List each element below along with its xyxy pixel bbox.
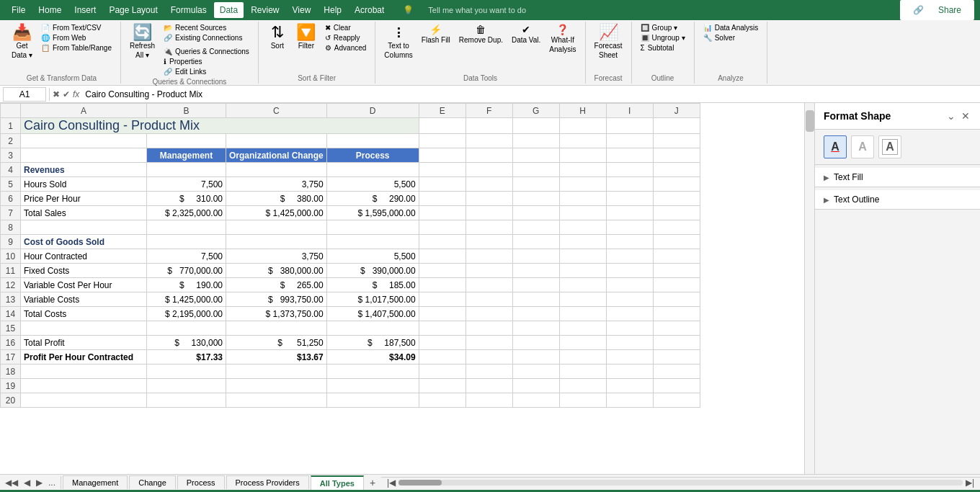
- col-header-g[interactable]: G: [512, 104, 559, 118]
- filter-button[interactable]: 🔽 Filter: [293, 23, 319, 51]
- text-outline-tool[interactable]: A: [851, 135, 874, 158]
- row-num-19[interactable]: 19: [1, 379, 21, 393]
- reapply-button[interactable]: ↺ Reapply: [322, 33, 369, 43]
- tab-nav-prev[interactable]: ◀: [22, 476, 32, 489]
- row-num-8[interactable]: 8: [1, 220, 21, 235]
- total-sales-process: $ 1,595,000.00: [326, 206, 419, 220]
- title-cell[interactable]: Cairo Consulting - Product Mix: [21, 118, 419, 134]
- scrollbar-left[interactable]: |◀: [387, 478, 396, 488]
- row-num-10[interactable]: 10: [1, 249, 21, 264]
- row-num-6[interactable]: 6: [1, 192, 21, 206]
- col-header-c-part1[interactable]: C: [226, 104, 327, 118]
- share-button[interactable]: 🔗Share: [900, 0, 974, 20]
- from-text-csv-button[interactable]: 📄 From Text/CSV: [38, 23, 115, 32]
- menu-help[interactable]: Help: [318, 2, 347, 18]
- advanced-button[interactable]: ⚙ Advanced: [322, 43, 369, 53]
- col-header-b[interactable]: B: [147, 104, 226, 118]
- menu-data[interactable]: Data: [214, 2, 244, 18]
- col-header-d-part1[interactable]: D: [326, 104, 419, 118]
- menu-page-layout[interactable]: Page Layout: [103, 2, 163, 18]
- col-header-e[interactable]: E: [419, 104, 466, 118]
- row-num-3[interactable]: 3: [1, 148, 21, 163]
- clear-button[interactable]: ✖ Clear: [322, 23, 369, 32]
- col-header-i[interactable]: I: [606, 104, 653, 118]
- menu-view[interactable]: View: [287, 2, 317, 18]
- menu-acrobat[interactable]: Acrobat: [349, 2, 390, 18]
- menu-home[interactable]: Home: [32, 2, 67, 18]
- row-num-7[interactable]: 7: [1, 206, 21, 220]
- sort-button[interactable]: ⇅ Sort: [264, 23, 290, 51]
- menu-insert[interactable]: Insert: [68, 2, 102, 18]
- from-table-button[interactable]: 📋 From Table/Range: [38, 43, 115, 53]
- text-fill-section[interactable]: ▶ Text Fill: [815, 168, 980, 187]
- sheet-tab-process-providers[interactable]: Process Providers: [226, 475, 309, 489]
- cogs-header: Cost of Goods Sold: [21, 235, 147, 249]
- cancel-icon[interactable]: ✖: [53, 89, 60, 99]
- vertical-scrollbar[interactable]: [804, 103, 814, 474]
- ungroup-button[interactable]: 🔳 Ungroup ▾: [638, 33, 688, 43]
- row-num-11[interactable]: 11: [1, 264, 21, 278]
- horizontal-scrollbar[interactable]: [398, 480, 963, 486]
- solver-button[interactable]: 🔧 Solver: [700, 33, 762, 43]
- col-header-a[interactable]: A: [21, 104, 147, 118]
- row-num-13[interactable]: 13: [1, 292, 21, 307]
- function-icon[interactable]: fx: [73, 89, 79, 99]
- row-num-18[interactable]: 18: [1, 364, 21, 379]
- sheet-tab-management[interactable]: Management: [63, 475, 128, 489]
- ribbon-group-outline: 🔲 Group ▾ 🔳 Ungroup ▾ Σ Subtotal Outline: [632, 22, 695, 84]
- data-analysis-button[interactable]: 📊 Data Analysis: [700, 23, 762, 32]
- formula-input[interactable]: [82, 89, 977, 99]
- tab-nav-next[interactable]: ▶: [34, 476, 45, 489]
- add-sheet-button[interactable]: +: [364, 475, 381, 491]
- text-outline-section[interactable]: ▶ Text Outline: [815, 190, 980, 210]
- menu-formulas[interactable]: Formulas: [165, 2, 213, 18]
- text-effects-tool[interactable]: A: [878, 135, 901, 158]
- refresh-all-button[interactable]: 🔄 Refresh All ▾: [127, 23, 158, 61]
- scrollbar-right[interactable]: ▶|: [966, 478, 974, 488]
- properties-button[interactable]: ℹ Properties: [161, 57, 252, 66]
- menu-review[interactable]: Review: [245, 2, 285, 18]
- tab-nav-more[interactable]: ...: [46, 476, 58, 489]
- panel-close-icon[interactable]: ✕: [960, 109, 971, 123]
- sheet-tab-process[interactable]: Process: [177, 475, 225, 489]
- text-fill-tool[interactable]: A: [824, 135, 847, 158]
- from-web-button[interactable]: 🌐 From Web: [38, 33, 115, 43]
- remove-duplicates-button[interactable]: 🗑 Remove Dup.: [456, 23, 506, 45]
- subtotal-button[interactable]: Σ Subtotal: [638, 43, 688, 53]
- row-num-17[interactable]: 17: [1, 350, 21, 364]
- col-header-h[interactable]: H: [559, 104, 606, 118]
- data-validation-button[interactable]: ✔ Data Val.: [509, 23, 543, 45]
- row-num-1[interactable]: 1: [1, 118, 21, 134]
- row-num-5[interactable]: 5: [1, 177, 21, 192]
- get-data-button[interactable]: 📥 Get Data ▾: [9, 23, 35, 61]
- variable-cost-per-hour-label: Variable Cost Per Hour: [21, 278, 147, 292]
- row-num-2[interactable]: 2: [1, 134, 21, 148]
- grid-wrapper[interactable]: A B C D E F G H I J 1: [0, 103, 814, 474]
- row-num-15[interactable]: 15: [1, 321, 21, 336]
- row-num-9[interactable]: 9: [1, 235, 21, 249]
- row-num-12[interactable]: 12: [1, 278, 21, 292]
- tab-nav-first[interactable]: ◀◀: [3, 476, 20, 489]
- sheet-tab-all-types[interactable]: All Types: [311, 475, 364, 490]
- what-if-button[interactable]: ❓ What-If Analysis: [546, 23, 579, 55]
- confirm-icon[interactable]: ✔: [63, 89, 70, 99]
- col-header-j[interactable]: J: [653, 104, 700, 118]
- edit-links-button[interactable]: 🔗 Edit Links: [161, 67, 252, 76]
- col-header-f[interactable]: F: [466, 104, 512, 118]
- group-button[interactable]: 🔲 Group ▾: [638, 23, 688, 32]
- sheet-tab-change[interactable]: Change: [129, 475, 176, 489]
- row-num-20[interactable]: 20: [1, 393, 21, 408]
- forecast-sheet-button[interactable]: 📈 Forecast Sheet: [592, 23, 625, 61]
- row-num-16[interactable]: 16: [1, 336, 21, 350]
- row-num-4[interactable]: 4: [1, 163, 21, 177]
- row-num-14[interactable]: 14: [1, 307, 21, 321]
- flash-fill-button[interactable]: ⚡ Flash Fill: [419, 23, 453, 45]
- queries-connections-button[interactable]: 🔌 Queries & Connections: [161, 47, 252, 56]
- panel-expand-icon[interactable]: ⌄: [945, 109, 957, 123]
- recent-sources-button[interactable]: 📂 Recent Sources: [161, 23, 252, 32]
- text-to-columns-button[interactable]: ⫶ Text to Columns: [381, 23, 415, 61]
- cell-reference[interactable]: [3, 87, 46, 102]
- sheet-tab-navigation: ◀◀ ◀ ▶ ...: [0, 476, 61, 489]
- menu-file[interactable]: File: [6, 2, 31, 18]
- existing-connections-button[interactable]: 🔗 Existing Connections: [161, 33, 252, 43]
